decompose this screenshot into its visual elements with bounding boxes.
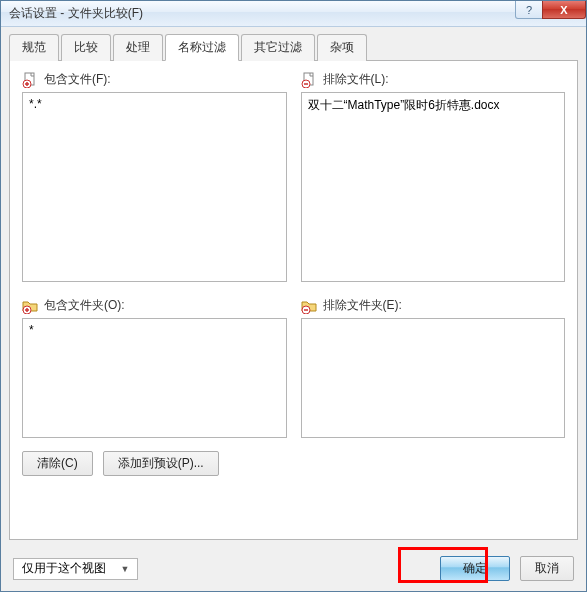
tab-process[interactable]: 处理 — [113, 34, 163, 61]
dialog-footer: 仅用于这个视图 ▼ 确定 取消 — [1, 548, 586, 591]
exclude-folders-label-text: 排除文件夹(E): — [323, 297, 402, 314]
file-plus-icon — [22, 72, 38, 88]
window-title: 会话设置 - 文件夹比较(F) — [9, 5, 516, 22]
exclude-folders-label: 排除文件夹(E): — [301, 297, 566, 314]
exclude-folders-input[interactable] — [301, 318, 566, 438]
top-grid: 包含文件(F): 排除文件(L): — [22, 71, 565, 285]
exclude-files-section: 排除文件(L): — [301, 71, 566, 285]
include-folders-section: 包含文件夹(O): — [22, 297, 287, 441]
panel-name-filter: 包含文件(F): 排除文件(L): — [9, 60, 578, 540]
include-files-section: 包含文件(F): — [22, 71, 287, 285]
scope-dropdown[interactable]: 仅用于这个视图 ▼ — [13, 558, 138, 580]
scope-dropdown-text: 仅用于这个视图 — [18, 560, 117, 577]
tab-compare[interactable]: 比较 — [61, 34, 111, 61]
include-files-label-text: 包含文件(F): — [44, 71, 111, 88]
exclude-files-label-text: 排除文件(L): — [323, 71, 389, 88]
folder-minus-icon — [301, 298, 317, 314]
help-button[interactable]: ? — [515, 1, 543, 19]
include-folders-input[interactable] — [22, 318, 287, 438]
include-folders-label-text: 包含文件夹(O): — [44, 297, 125, 314]
exclude-files-input[interactable] — [301, 92, 566, 282]
exclude-files-label: 排除文件(L): — [301, 71, 566, 88]
cancel-button[interactable]: 取消 — [520, 556, 574, 581]
include-files-input[interactable] — [22, 92, 287, 282]
tab-name-filter[interactable]: 名称过滤 — [165, 34, 239, 61]
tab-other-filter[interactable]: 其它过滤 — [241, 34, 315, 61]
close-button[interactable]: X — [542, 1, 586, 19]
tab-strip: 规范 比较 处理 名称过滤 其它过滤 杂项 — [9, 33, 578, 60]
titlebar: 会话设置 - 文件夹比较(F) ? X — [1, 1, 586, 27]
window-controls: ? X — [516, 1, 586, 21]
tab-misc[interactable]: 杂项 — [317, 34, 367, 61]
client-area: 规范 比较 处理 名称过滤 其它过滤 杂项 包含文件(F): — [1, 27, 586, 548]
file-minus-icon — [301, 72, 317, 88]
bottom-grid: 包含文件夹(O): 排除文件夹(E): — [22, 297, 565, 441]
include-folders-label: 包含文件夹(O): — [22, 297, 287, 314]
panel-button-row: 清除(C) 添加到预设(P)... — [22, 451, 565, 476]
ok-button[interactable]: 确定 — [440, 556, 510, 581]
add-preset-button[interactable]: 添加到预设(P)... — [103, 451, 219, 476]
dialog-window: 会话设置 - 文件夹比较(F) ? X 规范 比较 处理 名称过滤 其它过滤 杂… — [0, 0, 587, 592]
include-files-label: 包含文件(F): — [22, 71, 287, 88]
chevron-down-icon: ▼ — [117, 564, 133, 574]
tab-spec[interactable]: 规范 — [9, 34, 59, 61]
clear-button[interactable]: 清除(C) — [22, 451, 93, 476]
folder-plus-icon — [22, 298, 38, 314]
exclude-folders-section: 排除文件夹(E): — [301, 297, 566, 441]
